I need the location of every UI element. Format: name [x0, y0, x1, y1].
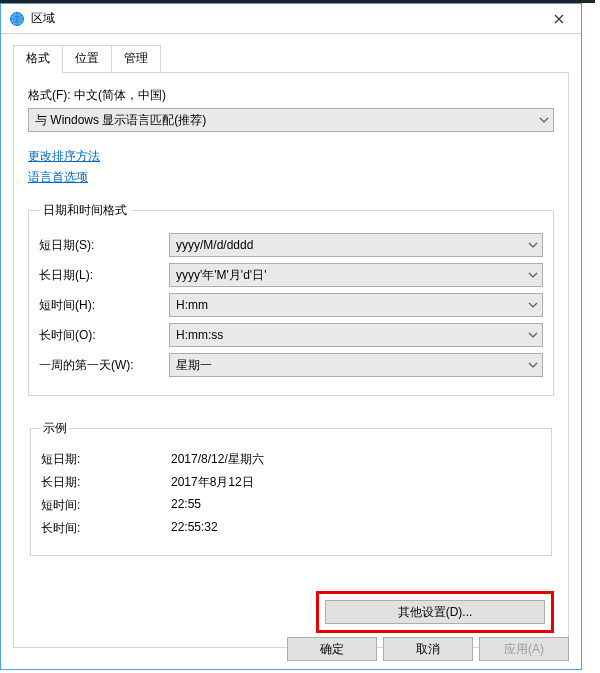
- tab-admin[interactable]: 管理: [111, 45, 161, 73]
- tab-strip: 格式 位置 管理: [13, 44, 581, 72]
- long-time-label: 长时间(O):: [39, 327, 169, 344]
- long-date-label: 长日期(L):: [39, 267, 169, 284]
- chevron-down-icon: [528, 332, 538, 338]
- globe-icon: [9, 11, 25, 27]
- short-date-dropdown[interactable]: yyyy/M/d/dddd: [169, 233, 543, 257]
- tab-location[interactable]: 位置: [62, 45, 112, 73]
- additional-settings-button[interactable]: 其他设置(D)...: [325, 600, 545, 624]
- link-change-sorting[interactable]: 更改排序方法: [28, 148, 100, 165]
- datetime-group: 日期和时间格式 短日期(S): yyyy/M/d/dddd 长日期(L): yy…: [28, 202, 554, 396]
- ex-short-date-value: 2017/8/12/星期六: [171, 451, 264, 468]
- chevron-down-icon: [528, 272, 538, 278]
- ex-long-time-value: 22:55:32: [171, 520, 218, 537]
- datetime-group-title: 日期和时间格式: [39, 202, 131, 219]
- ex-long-date-value: 2017年8月12日: [171, 474, 254, 491]
- short-date-label: 短日期(S):: [39, 237, 169, 254]
- titlebar: 区域: [1, 4, 581, 34]
- dropdown-value: yyyy'年'M'月'd'日': [176, 267, 266, 284]
- dropdown-value: 与 Windows 显示语言匹配(推荐): [35, 112, 206, 129]
- format-label: 格式(F): 中文(简体，中国): [28, 87, 554, 104]
- close-icon: [554, 14, 564, 24]
- short-time-label: 短时间(H):: [39, 297, 169, 314]
- dropdown-value: 星期一: [176, 357, 212, 374]
- chevron-down-icon: [539, 117, 549, 123]
- ex-short-date-label: 短日期:: [41, 451, 171, 468]
- window-title: 区域: [31, 10, 55, 27]
- links: 更改排序方法 语言首选项: [28, 148, 554, 190]
- ex-long-time-label: 长时间:: [41, 520, 171, 537]
- close-button[interactable]: [536, 4, 581, 33]
- tab-label: 格式: [26, 51, 50, 65]
- first-day-dropdown[interactable]: 星期一: [169, 353, 543, 377]
- ex-short-time-value: 22:55: [171, 497, 201, 514]
- ok-button[interactable]: 确定: [287, 637, 377, 661]
- region-dialog: 区域 格式 位置 管理 格式(F): 中文(简体，中国) 与 Windows 显…: [0, 3, 582, 670]
- dropdown-value: yyyy/M/d/dddd: [176, 238, 253, 252]
- link-language-prefs[interactable]: 语言首选项: [28, 169, 88, 186]
- short-time-dropdown[interactable]: H:mm: [169, 293, 543, 317]
- dropdown-value: H:mm:ss: [176, 328, 223, 342]
- long-date-dropdown[interactable]: yyyy'年'M'月'd'日': [169, 263, 543, 287]
- ex-long-date-label: 长日期:: [41, 474, 171, 491]
- format-dropdown[interactable]: 与 Windows 显示语言匹配(推荐): [28, 108, 554, 132]
- chevron-down-icon: [528, 302, 538, 308]
- first-day-label: 一周的第一天(W):: [39, 357, 169, 374]
- dropdown-value: H:mm: [176, 298, 208, 312]
- apply-button[interactable]: 应用(A): [479, 637, 569, 661]
- examples-group-title: 示例: [41, 420, 69, 437]
- long-time-dropdown[interactable]: H:mm:ss: [169, 323, 543, 347]
- chevron-down-icon: [528, 242, 538, 248]
- tab-label: 管理: [124, 51, 148, 65]
- additional-settings-highlight: 其他设置(D)...: [316, 591, 554, 633]
- tab-content: 格式(F): 中文(简体，中国) 与 Windows 显示语言匹配(推荐) 更改…: [13, 72, 569, 648]
- chevron-down-icon: [528, 362, 538, 368]
- ex-short-time-label: 短时间:: [41, 497, 171, 514]
- dialog-buttons: 确定 取消 应用(A): [287, 637, 569, 661]
- examples-group: 示例 短日期:2017/8/12/星期六 长日期:2017年8月12日 短时间:…: [30, 420, 552, 556]
- tab-format[interactable]: 格式: [13, 45, 63, 73]
- cancel-button[interactable]: 取消: [383, 637, 473, 661]
- tab-label: 位置: [75, 51, 99, 65]
